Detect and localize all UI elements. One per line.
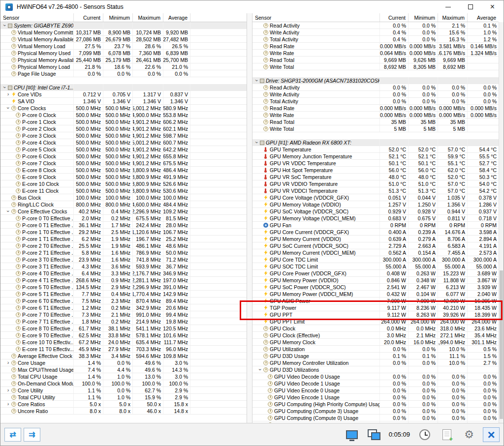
shift-right-button[interactable]: ⇉ — [24, 428, 40, 442]
sensor-row[interactable]: Read Rate0.000 MB/s0.000 MB/s0.000 MB/s0… — [252, 105, 499, 112]
sensor-row[interactable]: P-core 5 T0 Effective ...134.5 MHz2.9 MH… — [0, 284, 247, 291]
sensor-row[interactable]: Total Activity0.0 %0.0 %0.0 %0.0 % — [252, 98, 499, 105]
sensor-row[interactable]: GPU Core Voltage (VDDCR_GFX)0.051 V0.044… — [252, 194, 499, 201]
remote-monitor-button[interactable] — [344, 427, 360, 442]
column-header-maximum[interactable]: Maximum — [132, 13, 163, 22]
chevron-down-icon[interactable]: › — [5, 208, 11, 214]
column-header-minimum[interactable]: Minimum — [408, 13, 438, 22]
sensor-row[interactable]: GPU Memory Voltage (VDDCI_MEM)0.683 V0.6… — [252, 215, 499, 222]
chevron-down-icon[interactable]: › — [5, 105, 11, 111]
sensor-row[interactable]: ›GPU D3D Utilizations — [252, 366, 499, 373]
column-header-average[interactable]: Average — [467, 13, 499, 22]
sensor-row[interactable]: P-core 6 T1 Effective ...1.2 MHz0.2 MHz3… — [0, 304, 247, 311]
sensor-row[interactable]: GPU Video Decode 0 Usage0.0 %0.0 %0.0 %0… — [252, 373, 499, 380]
sensor-row[interactable]: ›Core Utility1.1 %0.0 %62.7 %2.9 % — [0, 387, 247, 394]
sensor-row[interactable]: GPU Utilization0.0 %0.0 %10.0 %0.5 % — [252, 346, 499, 353]
vertical-scrollbar[interactable] — [499, 22, 504, 423]
sensor-row[interactable]: Ring/LLC Clock800.0 MHz800.0 MHz4,600.0 … — [0, 201, 247, 208]
sensor-row[interactable]: Virtual Memory Load27.5 %23.7 %28.6 %26.… — [0, 43, 247, 50]
sensor-row[interactable]: Bus Clock100.0 MHz100.0 MHz100.0 MHz100.… — [0, 194, 247, 201]
minimize-button[interactable] — [437, 0, 459, 13]
sensor-row[interactable]: SA VID1.346 V1.346 V1.346 V1.346 V — [0, 98, 247, 105]
sensor-row[interactable]: GPU SoC Power (VDDCR_SOC)2.541 W2.467 W6… — [252, 284, 499, 291]
sensor-row[interactable]: Physical Memory Available25,440 MB25,179… — [0, 57, 247, 63]
sensor-row[interactable]: Max CPU/Thread Usage7.4 %4.4 %49.6 %14.3… — [0, 366, 247, 373]
sensor-row[interactable]: GPU Clock0.0 MHz0.0 MHz318.0 MHz23.6 MHz — [252, 325, 499, 332]
close-button[interactable]: × — [481, 0, 504, 13]
chevron-down-icon[interactable]: › — [254, 77, 259, 84]
sensor-row[interactable]: P-core 7 T1 Effective ...1.8 MHz0.2 MHz2… — [0, 318, 247, 325]
sensor-row[interactable]: GPU Computing (Compute 0) Usage0.0 %0.0 … — [252, 415, 499, 421]
report-button[interactable] — [439, 427, 455, 442]
sensor-row[interactable]: Virtual Memory Committed10,317 MB8,900 M… — [0, 29, 247, 36]
chevron-down-icon[interactable]: › — [254, 139, 259, 146]
settings-button[interactable]: ⚙ — [461, 427, 477, 442]
sensor-row[interactable]: GPU VR VDDCI Temperature51.3 °C51.3 °C57… — [252, 187, 499, 194]
sensor-row[interactable]: P-core 0 T1 Effective ...36.1 MHz1.7 MHz… — [0, 222, 247, 229]
group-header-row[interactable]: ›GPU [#1]: AMD Radeon RX 6800 XT: — [252, 139, 499, 146]
column-header-maximum[interactable]: Maximum — [438, 13, 467, 22]
sensor-row[interactable]: P-core 6 Clock500.0 MHz500.0 MHz4,901.2 … — [0, 153, 247, 160]
chevron-down-icon[interactable]: › — [257, 366, 263, 373]
sensor-row[interactable]: E-core 10 T0 Effectiv...67.2 MHz24.0 MHz… — [0, 339, 247, 346]
sensor-row[interactable]: P-core 3 T0 Effective ...23.9 MHz1.6 MHz… — [0, 256, 247, 263]
sensor-row[interactable]: E-core 8 Clock500.0 MHz500.0 MHz3,800.9 … — [0, 167, 247, 174]
sensor-row[interactable]: On-Demand Clock Modul...100.0 %100.0 %10… — [0, 380, 247, 387]
group-header-row[interactable]: ›Drive: SHGP31-2000GM (ASACN71831020COSH… — [252, 77, 499, 84]
maximize-button[interactable] — [459, 0, 481, 13]
sensor-row[interactable]: GPU Memory Current (VDDIO)0.639 A0.279 A… — [252, 236, 499, 242]
sensor-row[interactable]: Total Activity0.4 %0.0 %16.3 %1.2 % — [252, 36, 499, 43]
sensor-row[interactable]: GPU Core Current (VDDCR_GFX)0.400 A0.239… — [252, 229, 499, 236]
sensor-row[interactable]: GPU D3D Usage0.1 %0.1 %11.1 %1.5 % — [252, 353, 499, 359]
sensor-row[interactable]: E-core 8 T0 Effective ...61.7 MHz38.1 MH… — [0, 325, 247, 332]
sensor-row[interactable]: GPU Core Power (VDDCR_GFX)0.408 W0.263 W… — [252, 270, 499, 277]
sensor-row[interactable]: GPU Video Encode 1 Usage0.0 %0.0 %0.0 %0… — [252, 394, 499, 401]
sensor-row[interactable]: P-core 0 T0 Effective ...2.0 MHz0.2 MHz6… — [0, 215, 247, 222]
sensor-row[interactable]: GPU Computing (High Priority Compute) Us… — [252, 401, 499, 408]
sensor-row[interactable]: ›Core Ratios5.0 x5.0 x50.0 x15.8 x — [0, 401, 247, 408]
sensor-row[interactable]: GPU Memory Power (VDDIO)0.846 W0.348 W11… — [252, 277, 499, 284]
sensor-row[interactable]: P-core 5 T1 Effective ...7.7 MHz0.4 MHz1… — [0, 291, 247, 297]
sensor-row[interactable]: GPU Temperature52.0 °C52.0 °C57.0 °C54.4… — [252, 146, 499, 153]
sensor-row[interactable]: Physical Memory Load21.8 %18.6 %22.6 %21… — [0, 63, 247, 70]
sensor-row[interactable]: GPU SoC Voltage (VDDCR_SOC)0.929 V0.928 … — [252, 208, 499, 215]
group-header-row[interactable]: ›System: GIGABYTE Z690 ... — [0, 22, 247, 29]
sensor-row[interactable]: Physical Memory Used7,099 MB6,078 MB7,36… — [0, 50, 247, 57]
sensor-row[interactable]: Uncore Ratio8.0 x8.0 x46.0 x14.8 x — [0, 408, 247, 415]
sensor-row[interactable]: Read Activity0.0 %0.0 %2.1 %0.1 % — [252, 22, 499, 29]
sensors-window-button[interactable] — [366, 427, 382, 442]
column-header-sensor[interactable]: Sensor — [0, 13, 73, 22]
sensor-row[interactable]: Read Activity0.0 %0.0 %0.0 %0.0 % — [252, 84, 499, 91]
sensor-row[interactable]: P-core 4 T0 Effective ...6.4 MHz3.3 MHz2… — [0, 270, 247, 277]
sensor-row[interactable]: P-core 4 T1 Effective ...268.6 MHz0.9 MH… — [0, 277, 247, 284]
sensor-row[interactable]: P-core 7 Clock500.0 MHz500.0 MHz4,901.2 … — [0, 160, 247, 167]
chevron-down-icon[interactable]: › — [2, 22, 7, 29]
column-header-minimum[interactable]: Minimum — [103, 13, 132, 22]
sensor-row[interactable]: GPU Core TDC Limit300.000 A300.000 A300.… — [252, 256, 499, 263]
sensor-row[interactable]: Write Total5 MB5 MB5 MB — [252, 125, 499, 132]
sensor-row[interactable]: GPU SOC TDC Limit55.000 A55.000 A55.000 … — [252, 263, 499, 270]
sensor-row[interactable]: GPU VR SoC Temperature48.0 °C48.0 °C52.0… — [252, 174, 499, 180]
sensor-row[interactable]: E-core 11 Clock500.0 MHz500.0 MHz3,800.9… — [0, 187, 247, 194]
sensor-row[interactable]: GPU Video Encode 0 Usage0.0 %0.0 %0.0 %0… — [252, 387, 499, 394]
column-header-sensor[interactable]: Sensor — [252, 13, 379, 22]
sensor-row[interactable]: GPU Memory Controller Utilization0.0 %0.… — [252, 359, 499, 366]
sensor-row[interactable]: Average Effective Clock38.3 MHz3.4 MHz59… — [0, 353, 247, 359]
chevron-right-icon[interactable]: › — [5, 91, 11, 97]
sensor-row[interactable]: P-core 7 T0 Effective ...7.3 MHz2.1 MHz9… — [0, 311, 247, 318]
sensor-row[interactable]: ›Core VIDs0.712 V0.705 V1.317 V0.837 V — [0, 91, 247, 98]
swap-panels-button[interactable]: ⇄ — [4, 428, 21, 442]
scrollbar-thumb[interactable] — [500, 270, 503, 419]
column-header-current[interactable]: Current — [73, 13, 103, 22]
panel-splitter[interactable] — [247, 13, 252, 423]
sensor-row[interactable]: Read Total9,669 MB9,626 MB9,669 MB — [252, 57, 499, 63]
sensor-row[interactable]: P-core 2 T1 Effective ...5.8 MHz1.6 MHz7… — [0, 249, 247, 256]
sensor-row[interactable]: ›Core Clocks500.0 MHz500.0 MHz5,001.2 MH… — [0, 105, 247, 112]
sensor-row[interactable]: GPU Memory Current (VDDCI_MEM)0.562 A0.1… — [252, 249, 499, 256]
sensor-row[interactable]: GPU VR VDDIO Temperature51.0 °C51.0 °C57… — [252, 180, 499, 187]
sensor-row[interactable]: Total CPU Usage1.4 %1.0 %13.0 %3.0 % — [0, 373, 247, 380]
sensor-row[interactable]: P-core 4 Clock500.0 MHz500.0 MHz5,001.2 … — [0, 139, 247, 146]
sensor-row[interactable]: P-core 3 Clock500.0 MHz500.0 MHz4,901.2 … — [0, 132, 247, 139]
sensor-row[interactable]: GPU PPT Limit264.000 W264.000 W264.000 W… — [252, 318, 499, 325]
sensor-row[interactable]: P-core 6 T0 Effective ...7.5 MHz2.3 MHz8… — [0, 297, 247, 304]
